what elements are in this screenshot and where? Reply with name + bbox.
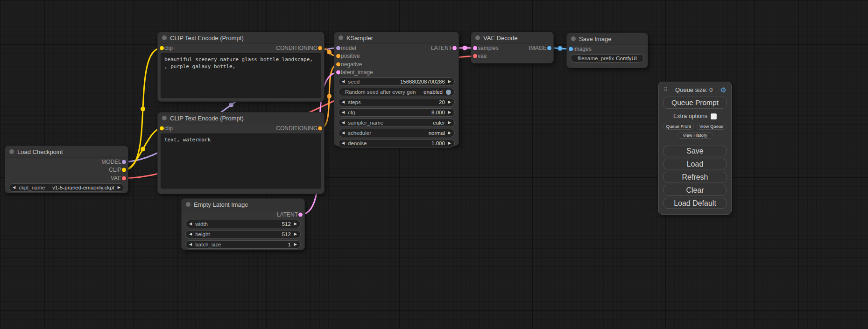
node-save-image[interactable]: Save Image images filename_prefix ComfyU… bbox=[566, 33, 648, 68]
samples-input-port[interactable] bbox=[473, 46, 477, 50]
widget-label: width bbox=[195, 221, 208, 227]
decrement-icon[interactable]: ◀ bbox=[342, 141, 345, 145]
decrement-icon[interactable]: ◀ bbox=[189, 222, 192, 226]
decrement-icon[interactable]: ◀ bbox=[342, 111, 345, 114]
collapse-dot-icon[interactable] bbox=[571, 36, 576, 41]
increment-icon[interactable]: ▶ bbox=[448, 80, 451, 84]
node-title-bar[interactable]: CLIP Text Encode (Prompt) bbox=[158, 32, 324, 44]
widget-value: 8.000 bbox=[431, 110, 445, 115]
decrement-icon[interactable]: ◀ bbox=[189, 232, 192, 236]
conditioning-output-port[interactable] bbox=[318, 46, 322, 50]
node-title: CLIP Text Encode (Prompt) bbox=[170, 115, 244, 122]
view-history-button[interactable]: View History bbox=[677, 132, 713, 139]
vae-output-port[interactable] bbox=[122, 176, 126, 180]
increment-icon[interactable]: ▶ bbox=[294, 243, 297, 246]
widget-value: ComfyUI bbox=[616, 56, 637, 61]
node-title-bar[interactable]: Load Checkpoint bbox=[5, 146, 128, 158]
collapse-dot-icon[interactable] bbox=[162, 116, 167, 120]
cfg-widget[interactable]: ◀ cfg 8.000 ▶ bbox=[338, 108, 455, 117]
increment-icon[interactable]: ▶ bbox=[448, 111, 451, 114]
clip-input-port[interactable] bbox=[160, 46, 164, 50]
clear-button[interactable]: Clear bbox=[663, 185, 727, 196]
port-label: IMAGE bbox=[529, 45, 547, 51]
queue-prompt-button[interactable]: Queue Prompt bbox=[663, 97, 727, 109]
node-title: KSampler bbox=[346, 35, 373, 42]
extra-options-checkbox[interactable] bbox=[711, 113, 717, 119]
increment-icon[interactable]: ▶ bbox=[294, 232, 297, 236]
height-widget[interactable]: ◀ height 512 ▶ bbox=[185, 230, 301, 238]
model-output-port[interactable] bbox=[122, 160, 126, 164]
decrement-icon[interactable]: ◀ bbox=[13, 186, 15, 189]
widget-label: steps bbox=[348, 99, 361, 105]
model-input-port[interactable] bbox=[336, 46, 340, 50]
latent-image-input-port[interactable] bbox=[336, 70, 340, 75]
node-title-bar[interactable]: VAE Decode bbox=[471, 32, 553, 44]
ckpt-name-widget[interactable]: ◀ ckpt_name v1-5-pruned-emaonly.ckpt ▶ bbox=[9, 183, 124, 192]
latent-output-port[interactable] bbox=[298, 212, 303, 217]
node-load-checkpoint[interactable]: Load Checkpoint MODEL CLIP VAE ◀ ckpt_na… bbox=[5, 146, 128, 193]
view-queue-button[interactable]: View Queue bbox=[697, 123, 727, 130]
collapse-dot-icon[interactable] bbox=[475, 35, 480, 40]
widget-value: 1.000 bbox=[431, 140, 445, 146]
images-input-port[interactable] bbox=[569, 47, 573, 51]
random-seed-toggle-icon[interactable] bbox=[446, 90, 451, 95]
collapse-dot-icon[interactable] bbox=[186, 202, 191, 207]
increment-icon[interactable]: ▶ bbox=[448, 121, 451, 125]
settings-gear-icon[interactable]: ⚙ bbox=[720, 86, 727, 93]
positive-input-port[interactable] bbox=[336, 54, 340, 58]
increment-icon[interactable]: ▶ bbox=[448, 131, 451, 135]
increment-icon[interactable]: ▶ bbox=[118, 186, 120, 189]
save-button[interactable]: Save bbox=[663, 146, 727, 156]
negative-input-port[interactable] bbox=[336, 62, 340, 66]
node-graph-canvas[interactable]: Load Checkpoint MODEL CLIP VAE ◀ ckpt_na… bbox=[0, 0, 868, 329]
seed-widget[interactable]: ◀ seed 156680208700286 ▶ bbox=[338, 77, 455, 86]
width-widget[interactable]: ◀ width 512 ▶ bbox=[185, 220, 301, 228]
scheduler-widget[interactable]: ◀ scheduler normal ▶ bbox=[338, 129, 455, 137]
node-clip-text-encode-positive[interactable]: CLIP Text Encode (Prompt) clip CONDITION… bbox=[157, 32, 325, 102]
node-title-bar[interactable]: KSampler bbox=[334, 32, 459, 44]
refresh-button[interactable]: Refresh bbox=[663, 172, 727, 182]
decrement-icon[interactable]: ◀ bbox=[342, 100, 345, 104]
port-label: CONDITIONING bbox=[276, 45, 318, 51]
vae-input-port[interactable] bbox=[473, 54, 477, 58]
node-ksampler[interactable]: KSampler model LATENT positive negative … bbox=[334, 32, 459, 146]
port-label: LATENT bbox=[431, 45, 452, 51]
sampler-name-widget[interactable]: ◀ sampler_name euler ▶ bbox=[338, 119, 455, 127]
positive-prompt-textarea[interactable]: beautiful scenery nature glass bottle la… bbox=[161, 53, 321, 98]
clip-input-port[interactable] bbox=[160, 126, 164, 130]
load-button[interactable]: Load bbox=[663, 159, 727, 169]
increment-icon[interactable]: ▶ bbox=[448, 100, 451, 104]
decrement-icon[interactable]: ◀ bbox=[342, 131, 345, 135]
latent-output-port[interactable] bbox=[452, 46, 457, 50]
widget-label: scheduler bbox=[348, 130, 371, 136]
node-vae-decode[interactable]: VAE Decode samples IMAGE vae bbox=[471, 32, 554, 63]
clip-output-port[interactable] bbox=[122, 168, 126, 172]
random-seed-toggle-widget[interactable]: Random seed after every gen enabled bbox=[338, 88, 455, 96]
drag-handle-icon[interactable]: ⠿ bbox=[663, 86, 668, 93]
widget-label: ckpt_name bbox=[19, 185, 45, 190]
collapse-dot-icon[interactable] bbox=[339, 35, 343, 40]
increment-icon[interactable]: ▶ bbox=[448, 141, 451, 145]
node-title-bar[interactable]: Save Image bbox=[567, 33, 648, 45]
node-title-bar[interactable]: Empty Latent Image bbox=[182, 199, 304, 210]
node-clip-text-encode-negative[interactable]: CLIP Text Encode (Prompt) clip CONDITION… bbox=[157, 112, 325, 194]
decrement-icon[interactable]: ◀ bbox=[342, 121, 345, 125]
queue-front-button[interactable]: Queue Front bbox=[663, 123, 694, 130]
denoise-widget[interactable]: ◀ denoise 1.000 ▶ bbox=[338, 139, 455, 147]
menu-header: ⠿ Queue size: 0 ⚙ bbox=[663, 85, 727, 94]
collapse-dot-icon[interactable] bbox=[9, 149, 14, 154]
node-title-bar[interactable]: CLIP Text Encode (Prompt) bbox=[158, 112, 324, 124]
increment-icon[interactable]: ▶ bbox=[294, 222, 297, 226]
image-output-port[interactable] bbox=[547, 46, 551, 50]
node-empty-latent-image[interactable]: Empty Latent Image LATENT ◀ width 512 ▶ … bbox=[181, 198, 305, 250]
filename-prefix-widget[interactable]: filename_prefix ComfyUI bbox=[571, 54, 644, 63]
negative-prompt-textarea[interactable]: text, watermark bbox=[161, 133, 321, 189]
batch-size-widget[interactable]: ◀ batch_size 1 ▶ bbox=[185, 240, 301, 249]
steps-widget[interactable]: ◀ steps 20 ▶ bbox=[338, 98, 455, 106]
collapse-dot-icon[interactable] bbox=[162, 35, 167, 40]
decrement-icon[interactable]: ◀ bbox=[342, 80, 345, 84]
decrement-icon[interactable]: ◀ bbox=[189, 243, 192, 246]
load-default-button[interactable]: Load Default bbox=[663, 198, 727, 209]
conditioning-output-port[interactable] bbox=[318, 126, 322, 130]
widget-label: sampler_name bbox=[348, 120, 383, 126]
